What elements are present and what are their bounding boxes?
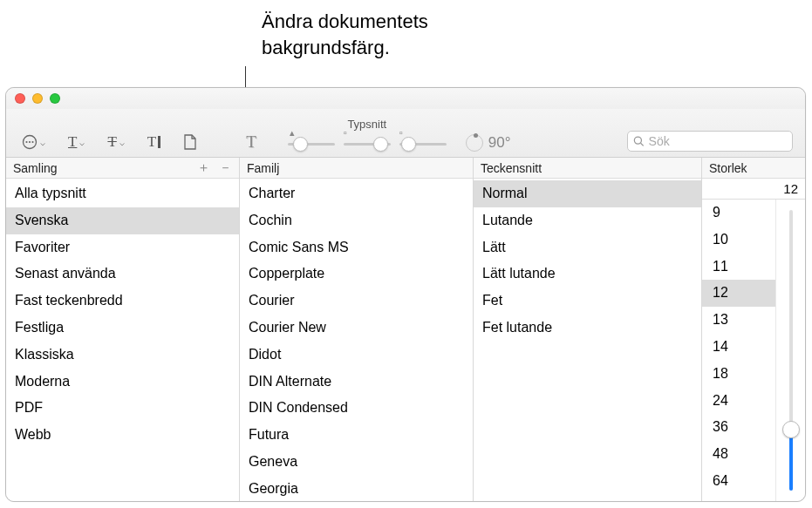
fonts-window: ⌵ T ⌵ T ⌵ T T Typsnitt bbox=[5, 87, 806, 502]
text-color-icon: T bbox=[147, 133, 156, 151]
size-item[interactable]: 9 bbox=[702, 200, 775, 227]
collection-header: Samling ＋ － bbox=[6, 158, 239, 179]
family-list: CharterCochinComic Sans MSCopperplateCou… bbox=[240, 179, 473, 501]
family-header: Familj bbox=[240, 158, 473, 179]
collection-item[interactable]: Webb bbox=[6, 422, 239, 449]
size-header: Storlek bbox=[702, 158, 805, 179]
size-item[interactable]: 12 bbox=[702, 280, 775, 307]
ellipsis-circle-icon bbox=[22, 134, 38, 150]
size-current-value: 12 bbox=[783, 181, 798, 196]
search-icon bbox=[633, 135, 645, 147]
underline-icon: T bbox=[68, 133, 77, 151]
size-item[interactable]: 14 bbox=[702, 334, 775, 361]
typeface-header: Teckensnitt bbox=[474, 158, 701, 179]
size-item[interactable]: 10 bbox=[702, 227, 775, 254]
size-item[interactable]: 24 bbox=[702, 388, 775, 415]
columns-area: Samling ＋ － Alla typsnittSvenskaFavorite… bbox=[6, 158, 805, 501]
collection-item[interactable]: Moderna bbox=[6, 369, 239, 396]
typeface-header-label: Teckensnitt bbox=[481, 161, 542, 175]
add-collection-button[interactable]: ＋ bbox=[197, 159, 210, 176]
callout-line1: Ändra dokumentets bbox=[262, 9, 428, 35]
typeface-list: NormalLutandeLättLätt lutandeFetFet luta… bbox=[474, 179, 701, 501]
underline-menu-button[interactable]: T ⌵ bbox=[65, 132, 88, 152]
blur-slider[interactable]: ▫ bbox=[344, 132, 391, 152]
size-vertical-slider[interactable] bbox=[775, 200, 805, 501]
toolbar: ⌵ T ⌵ T ⌵ T T Typsnitt bbox=[6, 109, 805, 158]
strikethrough-icon: T bbox=[107, 133, 116, 151]
collection-header-label: Samling bbox=[13, 161, 58, 175]
collection-item[interactable]: Fast teckenbredd bbox=[6, 288, 239, 315]
collection-item[interactable]: Alla typsnitt bbox=[6, 180, 239, 207]
rotation-dial-icon bbox=[466, 134, 483, 152]
family-item[interactable]: Georgia bbox=[240, 476, 473, 501]
search-box[interactable] bbox=[627, 131, 793, 152]
maximize-button[interactable] bbox=[50, 93, 60, 104]
color-bar-icon bbox=[158, 136, 160, 148]
family-item[interactable]: Comic Sans MS bbox=[240, 234, 473, 261]
typeface-item[interactable]: Fet bbox=[474, 288, 701, 315]
triangle-up-icon: ▴ bbox=[290, 127, 295, 139]
chevron-down-icon: ⌵ bbox=[119, 138, 125, 147]
size-item[interactable]: 64 bbox=[702, 468, 775, 495]
svg-point-4 bbox=[634, 137, 641, 144]
collection-item[interactable]: Festliga bbox=[6, 315, 239, 342]
remove-collection-button[interactable]: － bbox=[219, 159, 232, 176]
typeface-item[interactable]: Lätt lutande bbox=[474, 261, 701, 288]
callout-line2: bakgrundsfärg. bbox=[262, 35, 428, 61]
text-color-button[interactable]: T bbox=[144, 132, 164, 152]
size-header-label: Storlek bbox=[709, 161, 747, 175]
chevron-down-icon: ⌵ bbox=[79, 138, 85, 147]
strikethrough-menu-button[interactable]: T ⌵ bbox=[104, 132, 127, 152]
family-item[interactable]: Futura bbox=[240, 422, 473, 449]
size-item[interactable]: 48 bbox=[702, 441, 775, 468]
family-item[interactable]: DIN Condensed bbox=[240, 395, 473, 422]
actions-menu-button[interactable]: ⌵ bbox=[18, 132, 49, 152]
size-item[interactable]: 11 bbox=[702, 254, 775, 281]
minimize-button[interactable] bbox=[32, 93, 43, 104]
collection-item[interactable]: Senast använda bbox=[6, 261, 239, 288]
family-item[interactable]: Courier bbox=[240, 288, 473, 315]
typeface-item[interactable]: Lutande bbox=[474, 207, 701, 234]
text-effects-button[interactable]: T bbox=[242, 132, 260, 152]
callout-text: Ändra dokumentets bakgrundsfärg. bbox=[262, 9, 428, 60]
typeface-item[interactable]: Fet lutande bbox=[474, 315, 701, 342]
titlebar bbox=[6, 88, 805, 109]
collection-item[interactable]: Svenska bbox=[6, 207, 239, 234]
size-input-row[interactable]: 12 bbox=[702, 179, 805, 200]
offset-slider[interactable]: ▫ bbox=[399, 132, 447, 152]
typeface-item[interactable]: Lätt bbox=[474, 234, 701, 261]
collection-item[interactable]: Klassiska bbox=[6, 342, 239, 369]
svg-line-5 bbox=[641, 143, 644, 146]
family-item[interactable]: Cochin bbox=[240, 207, 473, 234]
typeface-item[interactable]: Normal bbox=[474, 180, 701, 207]
sliders-row: ▴ ▫ ▫ bbox=[288, 132, 447, 152]
shadow-t-icon: T bbox=[246, 132, 256, 152]
typsnitt-label: Typsnitt bbox=[347, 118, 386, 131]
page-icon bbox=[183, 134, 197, 150]
family-item[interactable]: Charter bbox=[240, 180, 473, 207]
document-background-button[interactable] bbox=[180, 132, 201, 152]
collection-item[interactable]: Favoriter bbox=[6, 234, 239, 261]
family-item[interactable]: Copperplate bbox=[240, 261, 473, 288]
collection-item[interactable]: PDF bbox=[6, 395, 239, 422]
size-item[interactable]: 36 bbox=[702, 414, 775, 441]
close-button[interactable] bbox=[15, 93, 25, 104]
opacity-slider[interactable]: ▴ bbox=[288, 132, 335, 152]
rotation-value: 90° bbox=[488, 134, 511, 152]
size-item[interactable]: 18 bbox=[702, 361, 775, 388]
search-input[interactable] bbox=[649, 134, 787, 148]
size-list: 91011121314182436486472 bbox=[702, 200, 775, 501]
family-item[interactable]: Geneva bbox=[240, 449, 473, 476]
size-item[interactable]: 13 bbox=[702, 307, 775, 334]
square-outline-icon: ▫ bbox=[344, 127, 347, 138]
family-item[interactable]: Courier New bbox=[240, 315, 473, 342]
family-item[interactable]: DIN Alternate bbox=[240, 369, 473, 396]
rotation-control[interactable]: 90° bbox=[466, 134, 511, 152]
family-item[interactable]: Didot bbox=[240, 342, 473, 369]
chevron-down-icon: ⌵ bbox=[40, 138, 45, 147]
square-outline-icon: ▫ bbox=[399, 127, 403, 138]
svg-point-3 bbox=[31, 141, 33, 143]
family-column: Familj CharterCochinComic Sans MSCopperp… bbox=[240, 158, 474, 501]
size-item[interactable]: 72 bbox=[702, 495, 775, 501]
svg-point-2 bbox=[29, 141, 31, 143]
